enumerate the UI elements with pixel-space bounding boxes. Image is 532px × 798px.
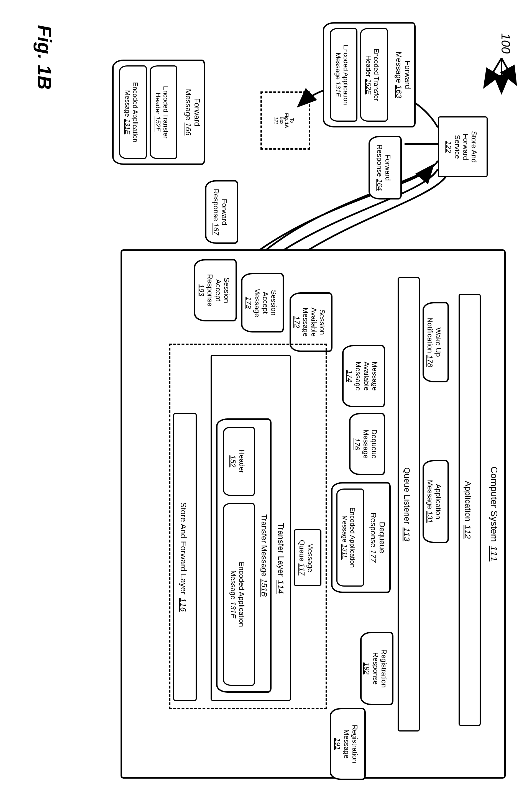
sess-accept-msg-ref: 173 — [244, 297, 252, 309]
enc-app-msg-163-ref: 131E — [335, 81, 342, 97]
fwd-msg-166-doc: Forward Message 166 Encoded Transfer Hea… — [112, 60, 205, 165]
sess-accept-msg-doc: Session Accept Message 173 — [241, 273, 284, 332]
saf-service-t2: Forward — [461, 134, 470, 160]
enc-xfer-hdr-163-ref: 152E — [365, 79, 373, 94]
msg-avail-doc: Message Available Message 174 — [342, 345, 385, 407]
dequeue-msg-t2: Message — [362, 430, 370, 459]
msg-avail-t3: Message — [355, 362, 363, 391]
saf-service-ref: 122 — [444, 141, 453, 153]
dequeue-resp-doc: Dequeue Response 177 Encoded Application… — [331, 482, 391, 593]
sess-accept-msg-t1: Session — [269, 290, 278, 316]
application-box: Application 112 — [459, 294, 481, 726]
enc-xfer-hdr-166-t1: Encoded Transfer — [162, 86, 170, 138]
enc-app-msg-166-t2: Message — [124, 90, 131, 117]
to-fig1a-t1: To — [289, 118, 294, 123]
figure-label: Fig. 1B — [33, 25, 55, 90]
to-fig1a-t3: Box — [279, 117, 284, 125]
queue-listener-ref: 113 — [402, 528, 412, 542]
enc-app-msg-163-t2: Message — [335, 53, 342, 79]
enc-app-msg-t1b: Encoded Application — [238, 562, 246, 627]
transfer-msg-ref: 151B — [260, 578, 268, 596]
enc-app-msg-t1a: Encoded Application — [348, 507, 356, 568]
header-ref: 152 — [229, 455, 237, 467]
message-queue-box: Message Queue 117 — [294, 529, 321, 586]
fwd-msg-163-ref: 163 — [395, 85, 403, 98]
fwd-msg-166-t1: Forward — [193, 98, 202, 127]
to-fig1a-box: To Fig. 1A Box 121 — [261, 92, 310, 150]
enc-xfer-hdr-163-t2: Header — [365, 55, 373, 77]
reg-resp-t1: Registration — [380, 649, 388, 688]
transfer-message-doc: Transfer Message 151B Header 152 Encoded… — [216, 418, 271, 693]
enc-app-msg-refa: 131E — [341, 544, 348, 560]
wakeup-ref: 178 — [426, 355, 435, 367]
enc-xfer-hdr-166-doc: Encoded Transfer Header 152E — [150, 65, 177, 159]
sess-accept-resp-t3: Response — [206, 274, 214, 306]
transfer-msg-title: Transfer Message — [260, 514, 268, 576]
dequeue-msg-ref: 176 — [353, 438, 361, 450]
enc-xfer-hdr-163-doc: Encoded Transfer Header 152E — [360, 28, 388, 122]
enc-xfer-hdr-166-t2: Header — [154, 93, 162, 114]
application-title: Application — [463, 481, 473, 522]
fwd-resp-167-t1: Forward — [220, 199, 228, 225]
enc-xfer-hdr-166-ref: 152E — [154, 116, 162, 132]
sess-accept-resp-t1: Session — [222, 277, 230, 303]
wakeup-title1: Wake Up — [434, 327, 442, 357]
fwd-resp-164-doc: Forward Response 164 — [368, 136, 402, 200]
fwd-resp-167-doc: Forward Response 167 — [205, 180, 238, 244]
sess-avail-t1: Session — [318, 309, 326, 335]
system-ref-label: 100 — [499, 33, 513, 54]
msg-avail-ref: 174 — [345, 370, 354, 382]
fwd-resp-164-t2: Response — [376, 144, 384, 177]
dequeue-msg-doc: Dequeue Message 176 — [349, 413, 385, 475]
saf-service-t1: Store And — [470, 131, 478, 163]
saf-service-box: Store And Forward Service 122 — [438, 116, 488, 177]
wakeup-title2: Notification — [426, 317, 435, 353]
enc-app-msg-163-doc: Encoded Application Message 131E — [330, 28, 358, 122]
app-message-doc: Application Message 131 — [422, 460, 449, 543]
enc-app-msg-166-doc: Encoded Application Message 131E — [119, 65, 147, 159]
sess-avail-t2: Available — [310, 307, 318, 337]
reg-msg-doc: Registration Message 191 — [330, 708, 366, 780]
fwd-msg-163-t1: Forward — [403, 61, 412, 89]
sess-avail-t3: Message — [302, 307, 310, 337]
sess-accept-msg-t3: Message — [253, 288, 261, 318]
saf-layer-title: Store And Forward Layer — [178, 502, 188, 595]
fwd-resp-167-ref: 167 — [212, 223, 220, 235]
saf-layer-ref: 116 — [178, 598, 188, 612]
enc-app-msg-t2b: Message — [229, 570, 238, 600]
figure-label-text: Fig. 1B — [34, 25, 55, 90]
sess-accept-resp-t2: Accept — [214, 279, 223, 302]
dequeue-resp-ref: 177 — [369, 550, 378, 563]
queue-listener-title: Queue Listener — [402, 467, 412, 524]
reg-msg-ref: 191 — [333, 738, 342, 750]
computer-system-ref: 111 — [488, 546, 499, 562]
app-message-title1: Application — [434, 484, 442, 519]
message-queue-ref: 117 — [298, 563, 306, 575]
message-queue-t2: Queue — [298, 540, 306, 562]
dequeue-resp-inner-doc: Encoded Application Message 131E — [336, 489, 364, 587]
message-queue-t1: Message — [306, 543, 314, 572]
sess-accept-resp-ref: 193 — [197, 284, 205, 296]
enc-app-msg-166-t1: Encoded Application — [131, 82, 139, 142]
reg-resp-doc: Registration Response 192 — [360, 632, 394, 705]
application-ref: 112 — [463, 525, 473, 539]
header-title: Header — [238, 450, 246, 473]
sess-avail-doc: Session Available Message 172 — [289, 292, 332, 352]
to-fig1a-ref: 121 — [273, 117, 278, 125]
sess-accept-msg-t2: Accept — [261, 292, 270, 314]
app-message-ref: 131 — [426, 511, 435, 523]
transfer-layer-title: Transfer Layer — [276, 523, 286, 576]
computer-system-title: Computer System — [489, 467, 499, 542]
fwd-msg-166-ref: 166 — [184, 122, 193, 135]
header-doc: Header 152 — [223, 427, 255, 496]
msg-avail-t2: Available — [362, 362, 371, 391]
fwd-msg-163-t2: Message — [395, 52, 403, 83]
saf-service-t3: Service — [453, 135, 461, 159]
reg-resp-ref: 192 — [362, 663, 371, 674]
enc-app-msg-163-t1: Encoded Application — [342, 44, 350, 105]
to-fig1a-t2: Fig. 1A — [284, 113, 289, 128]
transfer-enc-app-doc: Encoded Application Message 131E — [223, 503, 255, 686]
enc-xfer-hdr-163-t1: Encoded Transfer — [373, 49, 380, 101]
dequeue-resp-t2: Response — [369, 513, 378, 548]
fwd-msg-166-t2: Message — [184, 89, 193, 120]
